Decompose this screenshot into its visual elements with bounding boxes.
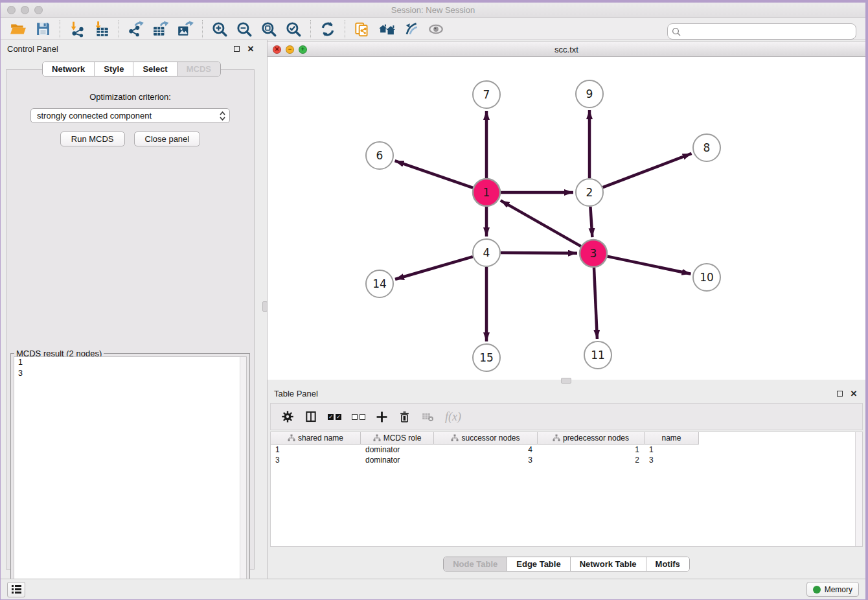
zoom-fit-button[interactable] xyxy=(257,19,281,39)
zoom-in-button[interactable] xyxy=(207,19,232,39)
open-button[interactable] xyxy=(6,19,30,39)
select-all-button[interactable]: ✓✓ xyxy=(328,414,341,420)
column-header-shared-name[interactable]: shared name xyxy=(271,432,361,444)
criterion-select-value: strongly connected component xyxy=(37,111,152,121)
toolbar-separator xyxy=(345,20,345,38)
home-button[interactable] xyxy=(374,19,399,39)
tab-mcds[interactable]: MCDS xyxy=(177,62,220,76)
network-window-titlebar[interactable]: ✕ − + scc.txt xyxy=(268,41,865,57)
table-panel-float-button[interactable] xyxy=(834,388,845,398)
table-row[interactable]: 1dominator411 xyxy=(271,444,862,455)
table-settings-button[interactable] xyxy=(281,410,294,423)
horizontal-splitter[interactable] xyxy=(268,380,865,385)
graph-edge-1-6[interactable] xyxy=(395,161,474,188)
graph-node-7[interactable]: 7 xyxy=(473,81,500,108)
import-table-button[interactable] xyxy=(89,19,114,39)
graph-node-15[interactable]: 15 xyxy=(473,344,500,371)
graph-edge-3-11[interactable] xyxy=(594,268,597,339)
export-image-button[interactable] xyxy=(173,19,198,39)
import-network-icon xyxy=(69,21,86,38)
column-header-successor-nodes[interactable]: successor nodes xyxy=(434,432,538,444)
search-input[interactable] xyxy=(683,27,852,36)
column-type-icon xyxy=(553,434,560,442)
network-view-window: ✕ − + scc.txt 1234678910111415 xyxy=(268,41,865,380)
trash-icon xyxy=(398,411,411,423)
graph-edge-3-1[interactable] xyxy=(501,200,581,246)
zoom-selected-icon xyxy=(285,21,302,38)
search-box xyxy=(667,23,856,40)
close-panel-button[interactable]: Close panel xyxy=(134,132,201,146)
apply-layout-icon xyxy=(319,21,336,38)
svg-text:14: 14 xyxy=(372,277,387,290)
graph-node-6[interactable]: 6 xyxy=(366,142,393,169)
mcds-result-item[interactable]: 1 xyxy=(14,357,246,368)
network-canvas[interactable]: 1234678910111415 xyxy=(268,57,865,380)
graph-edge-4-14[interactable] xyxy=(395,257,473,279)
add-column-button[interactable] xyxy=(376,411,388,423)
graph-node-1[interactable]: 1 xyxy=(473,179,500,206)
criterion-select[interactable]: strongly connected component xyxy=(30,108,230,123)
graph-node-10[interactable]: 10 xyxy=(693,264,720,291)
export-table-button[interactable] xyxy=(148,19,173,39)
graph-node-11[interactable]: 11 xyxy=(584,341,611,369)
table-tabs: Node TableEdge TableNetwork TableMotifs xyxy=(443,557,690,571)
mcds-result-item[interactable]: 3 xyxy=(14,368,246,379)
column-header-mcds-role[interactable]: MCDS role xyxy=(361,432,434,444)
graph-node-2[interactable]: 2 xyxy=(576,179,603,206)
graph-edge-4-3[interactable] xyxy=(501,253,577,253)
deselect-all-button[interactable] xyxy=(352,414,365,420)
clone-network-button[interactable] xyxy=(350,19,374,39)
delete-table-button[interactable] xyxy=(421,410,435,423)
search-icon xyxy=(672,27,681,36)
tab-network[interactable]: Network xyxy=(43,62,94,76)
svg-text:11: 11 xyxy=(591,349,605,362)
graph-node-8[interactable]: 8 xyxy=(693,134,720,161)
save-button[interactable] xyxy=(30,19,55,39)
hide-selected-button[interactable] xyxy=(399,19,424,39)
memory-button[interactable]: Memory xyxy=(806,582,859,597)
table-tab-motifs[interactable]: Motifs xyxy=(646,557,689,571)
task-history-button[interactable] xyxy=(7,582,25,597)
column-header-name[interactable]: name xyxy=(645,432,699,444)
column-type-icon xyxy=(288,434,295,442)
control-panel-close-button[interactable]: ✕ xyxy=(246,43,256,54)
tab-select[interactable]: Select xyxy=(133,62,176,76)
function-builder-button[interactable]: f(x) xyxy=(445,410,461,424)
table-panel-close-button[interactable]: ✕ xyxy=(849,388,859,398)
table-row[interactable]: 3dominator323 xyxy=(271,455,862,465)
delete-column-button[interactable] xyxy=(398,411,411,423)
export-network-button[interactable] xyxy=(124,19,148,39)
column-header-predecessor-nodes[interactable]: predecessor nodes xyxy=(538,432,645,444)
splitter-handle[interactable] xyxy=(262,301,268,312)
import-network-button[interactable] xyxy=(65,19,89,39)
table-tab-network-table[interactable]: Network Table xyxy=(570,557,646,571)
status-bar: Memory xyxy=(1,579,865,599)
apply-layout-button[interactable] xyxy=(315,19,340,39)
graph-node-9[interactable]: 9 xyxy=(576,80,603,108)
graph-node-3[interactable]: 3 xyxy=(580,240,607,267)
result-scrollbar[interactable] xyxy=(240,357,246,594)
show-columns-button[interactable] xyxy=(304,410,317,423)
graph-node-4[interactable]: 4 xyxy=(473,239,500,266)
table-tab-node-table[interactable]: Node Table xyxy=(444,557,507,571)
window-title: Session: New Session xyxy=(1,5,865,15)
show-eye-button[interactable] xyxy=(424,19,448,39)
graph-edge-2-3[interactable] xyxy=(590,207,592,237)
splitter-handle[interactable] xyxy=(561,378,571,384)
table-scrollbar[interactable] xyxy=(855,432,862,546)
graph-edge-2-8[interactable] xyxy=(603,154,692,187)
svg-text:9: 9 xyxy=(586,87,593,100)
toolbar-separator xyxy=(202,20,203,38)
vertical-splitter[interactable] xyxy=(262,40,268,579)
zoom-selected-button[interactable] xyxy=(281,19,306,39)
table-cell: 1 xyxy=(271,444,361,455)
run-mcds-button[interactable]: Run MCDS xyxy=(60,132,125,146)
mcds-result-list: 13 xyxy=(14,356,247,595)
graph-edge-3-10[interactable] xyxy=(608,257,691,274)
tab-style[interactable]: Style xyxy=(94,62,133,76)
zoom-out-button[interactable] xyxy=(232,19,257,39)
graph-node-14[interactable]: 14 xyxy=(366,270,393,297)
control-panel-float-button[interactable] xyxy=(231,43,242,54)
column-type-icon xyxy=(451,434,459,442)
table-tab-edge-table[interactable]: Edge Table xyxy=(507,557,569,571)
